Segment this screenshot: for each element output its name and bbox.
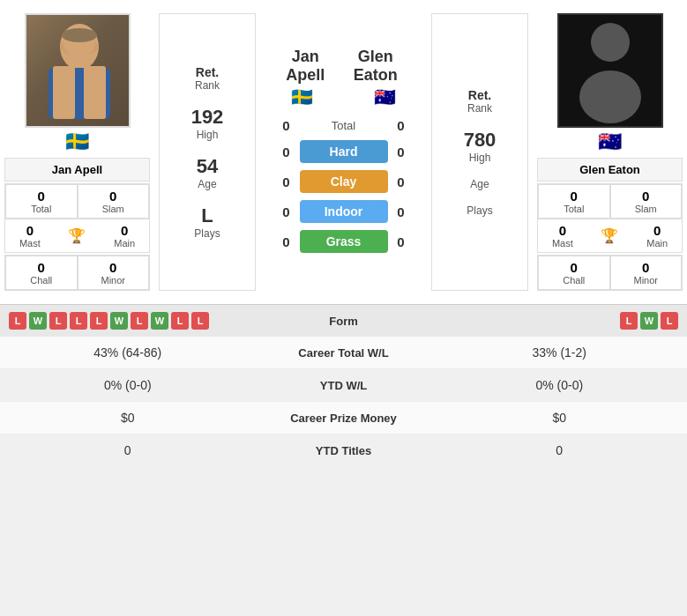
player2-photo: [557, 13, 663, 128]
player1-age-stat: 54 Age: [197, 155, 218, 190]
player1-trophy-icon-cell: 🏆: [68, 227, 86, 244]
player2-trophy-icon: 🏆: [601, 227, 618, 244]
stat-center-label-0: Career Total W/L: [256, 346, 432, 360]
form-badge-right: L: [620, 312, 638, 330]
player1-chall-label: Chall: [8, 275, 75, 286]
svg-point-7: [591, 23, 630, 62]
player1-high-value: 192: [191, 106, 224, 129]
player2-chall-label: Chall: [541, 275, 608, 286]
player2-rank-sub: Rank: [467, 102, 492, 115]
svg-point-4: [62, 28, 97, 42]
grass-left-score: 0: [273, 234, 300, 249]
player1-age-value: 54: [197, 155, 218, 178]
player2-trophy-icon-cell: 🏆: [601, 227, 618, 244]
hard-left-score: 0: [273, 145, 300, 160]
form-badge-left: W: [29, 312, 47, 330]
player1-slam-label: Slam: [80, 204, 147, 214]
hard-badge: Hard: [300, 140, 388, 163]
player2-ret-text: Ret.: [467, 88, 492, 102]
indoor-right-score: 0: [388, 204, 414, 219]
clay-left-score: 0: [273, 174, 300, 189]
player1-mast-cell: 0 Mast: [19, 223, 41, 249]
player2-high-value: 780: [464, 129, 497, 152]
player1-chall-cell: 0 Chall: [5, 256, 78, 290]
player2-slam-value: 0: [613, 189, 680, 204]
player2-flag-top: 🇦🇺: [374, 86, 396, 108]
player1-plays-label: Plays: [194, 227, 220, 240]
svg-rect-6: [84, 66, 106, 119]
player1-minor-label: Minor: [80, 275, 147, 286]
stat-left-val-3: 0: [0, 443, 256, 457]
player2-slam-label: Slam: [613, 204, 680, 214]
player1-main-value: 0: [121, 223, 128, 238]
player1-ret-text: Ret.: [195, 65, 220, 79]
form-badge-right: W: [640, 312, 658, 330]
total-right-score: 0: [388, 118, 414, 133]
player2-panel: 🇦🇺 Glen Eaton 0 Total 0 Slam 0 Mas: [533, 9, 687, 295]
stat-right-val-3: 0: [432, 443, 688, 457]
player1-title: Jan Apell: [273, 48, 337, 85]
player1-mast-value: 0: [26, 223, 34, 238]
player2-plays-label: Plays: [467, 204, 492, 217]
total-label: Total: [300, 119, 388, 132]
player2-bottom-grid: 0 Chall 0 Minor: [537, 255, 683, 291]
clay-right-score: 0: [388, 174, 414, 189]
player1-bottom-grid: 0 Chall 0 Minor: [4, 255, 150, 291]
player1-slam-value: 0: [80, 189, 147, 204]
player1-high-label: High: [191, 129, 224, 141]
main-container: 🇸🇪 Jan Apell 0 Total 0 Slam 0 Mast: [0, 0, 687, 467]
player2-age-stat: Age: [470, 178, 489, 190]
player2-ret-rank: Ret. Rank: [467, 88, 492, 115]
form-badge-left: L: [49, 312, 67, 330]
indoor-badge: Indoor: [300, 200, 388, 223]
player1-rank-sub: Rank: [195, 79, 220, 92]
player2-center-stats: Ret. Rank 780 High Age Plays: [431, 13, 528, 291]
player2-mast-value: 0: [559, 223, 566, 238]
player2-slam-cell: 0 Slam: [610, 184, 683, 219]
player1-center-stats: Ret. Rank 192 High 54 Age L Plays: [159, 13, 256, 291]
player2-minor-cell: 0 Minor: [610, 256, 683, 290]
indoor-left-score: 0: [273, 204, 300, 219]
player2-total-cell: 0 Total: [538, 184, 610, 219]
player1-slam-cell: 0 Slam: [78, 184, 150, 219]
court-section: Jan Apell Glen Eaton 🇸🇪 🇦🇺 0 Total 0 0 H…: [260, 9, 427, 295]
player1-stats-grid: 0 Total 0 Slam: [4, 183, 150, 219]
stats-rows: 43% (64-86) Career Total W/L 33% (1-2) 0…: [0, 337, 687, 467]
grass-right-score: 0: [388, 234, 414, 249]
player1-plays-stat: L Plays: [194, 204, 220, 240]
svg-rect-5: [53, 66, 75, 119]
player1-total-cell: 0 Total: [5, 184, 78, 219]
player1-trophy-icon: 🏆: [68, 227, 86, 244]
player2-chall-value: 0: [541, 260, 608, 275]
form-badge-left: L: [131, 312, 148, 330]
player-section: 🇸🇪 Jan Apell 0 Total 0 Slam 0 Mast: [0, 0, 687, 304]
indoor-row: 0 Indoor 0: [265, 200, 422, 223]
stat-center-label-1: YTD W/L: [256, 379, 432, 392]
total-row: 0 Total 0: [265, 118, 422, 133]
form-badges-left: LWLLLWLWLL: [9, 312, 278, 330]
stat-right-val-1: 0% (0-0): [432, 378, 688, 392]
player2-minor-value: 0: [613, 260, 680, 275]
player2-main-cell: 0 Main: [646, 223, 668, 249]
player1-minor-cell: 0 Minor: [78, 256, 150, 290]
stat-left-val-0: 43% (64-86): [0, 345, 256, 360]
player1-photo: [25, 13, 131, 128]
player2-chall-cell: 0 Chall: [538, 256, 610, 290]
stats-row: 0% (0-0) YTD W/L 0% (0-0): [0, 369, 687, 402]
player1-name: Jan Apell: [52, 163, 102, 176]
player1-ret-rank: Ret. Rank: [195, 65, 220, 92]
form-label: Form: [278, 315, 410, 328]
player1-total-label: Total: [8, 204, 75, 214]
stat-center-label-2: Career Prize Money: [256, 412, 432, 425]
player2-stats-grid: 0 Total 0 Slam: [537, 183, 683, 219]
player2-mast-label: Mast: [552, 238, 573, 249]
player1-main-label: Main: [114, 238, 135, 249]
player1-high-stat: 192 High: [191, 106, 224, 141]
player2-high-label: High: [464, 152, 497, 164]
player1-flag-top: 🇸🇪: [291, 86, 313, 108]
form-badges-right: LWL: [410, 312, 679, 330]
form-badge-left: L: [90, 312, 108, 330]
player1-flag: 🇸🇪: [65, 130, 89, 152]
player2-main-label: Main: [646, 238, 668, 249]
player2-main-value: 0: [653, 223, 661, 238]
